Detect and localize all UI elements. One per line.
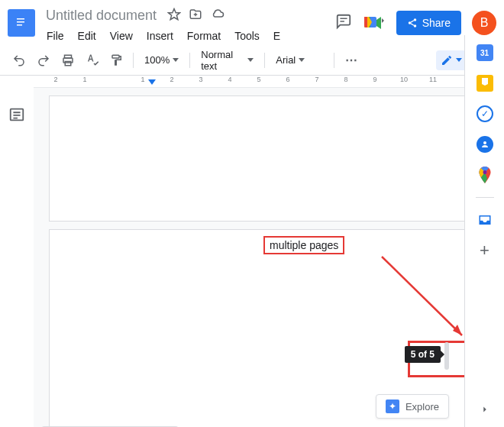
svg-rect-2 xyxy=(17,24,22,26)
collapse-panel-icon[interactable] xyxy=(477,401,493,418)
style-dropdown[interactable]: Normal text xyxy=(195,46,260,75)
title-area: Untitled document File Edit View Insert … xyxy=(41,6,329,45)
vertical-scrollbar-thumb[interactable] xyxy=(444,342,449,370)
horizontal-ruler[interactable]: 211234567891011 xyxy=(34,76,504,88)
more-toolbar-icon[interactable]: ⋯ xyxy=(339,54,364,66)
menu-format[interactable]: Format xyxy=(182,27,226,45)
share-label: Share xyxy=(422,17,451,29)
keep-icon[interactable] xyxy=(477,75,493,92)
explore-button[interactable]: ✦ Explore xyxy=(376,394,449,419)
menu-ext-truncated[interactable]: E xyxy=(268,27,286,45)
get-addons-icon[interactable]: + xyxy=(477,242,493,259)
font-dropdown[interactable]: Arial xyxy=(270,51,329,69)
svg-point-12 xyxy=(483,141,486,144)
print-icon[interactable] xyxy=(57,49,79,72)
app-header: Untitled document File Edit View Insert … xyxy=(0,0,504,45)
svg-line-10 xyxy=(382,257,462,335)
comment-history-icon[interactable] xyxy=(335,13,352,33)
star-icon[interactable] xyxy=(167,8,181,24)
undo-icon[interactable] xyxy=(8,49,31,72)
meet-icon[interactable] xyxy=(363,14,386,32)
share-button[interactable]: Share xyxy=(396,11,461,35)
svg-marker-11 xyxy=(453,325,462,335)
svg-rect-0 xyxy=(17,18,24,20)
menu-file[interactable]: File xyxy=(41,27,69,45)
menu-bar: File Edit View Insert Format Tools E xyxy=(41,27,329,45)
outline-icon[interactable] xyxy=(8,106,25,126)
zoom-dropdown[interactable]: 100% xyxy=(138,51,185,69)
calendar-icon[interactable]: 31 xyxy=(477,44,493,61)
move-icon[interactable] xyxy=(189,8,202,24)
addon-inbox-icon[interactable] xyxy=(477,212,493,228)
editing-mode-button[interactable] xyxy=(436,50,467,70)
redo-icon[interactable] xyxy=(32,49,55,72)
side-panel: 31 ✓ + xyxy=(464,35,504,427)
page-indicator: 5 of 5 xyxy=(405,346,441,363)
header-actions: Share B xyxy=(335,11,496,35)
avatar[interactable]: B xyxy=(472,11,496,35)
tasks-icon[interactable]: ✓ xyxy=(477,105,493,122)
contacts-icon[interactable] xyxy=(477,136,493,153)
svg-rect-1 xyxy=(17,21,24,23)
annotation-arrow-icon xyxy=(378,253,477,352)
cloud-icon[interactable] xyxy=(210,8,225,24)
maps-icon[interactable] xyxy=(477,167,493,183)
svg-rect-8 xyxy=(112,55,119,58)
annotation-label: multiple pages xyxy=(263,236,344,254)
explore-icon: ✦ xyxy=(386,400,399,413)
rail-separator xyxy=(476,197,494,198)
doc-title[interactable]: Untitled document xyxy=(41,6,161,25)
docs-logo-icon[interactable] xyxy=(8,9,35,37)
page[interactable] xyxy=(49,95,489,222)
svg-point-14 xyxy=(483,170,486,174)
spellcheck-icon[interactable] xyxy=(81,49,104,72)
menu-view[interactable]: View xyxy=(105,27,138,45)
paint-format-icon[interactable] xyxy=(105,49,128,72)
menu-insert[interactable]: Insert xyxy=(141,27,179,45)
document-canvas[interactable]: 211234567891011 multiple pages 5 of 5 ✦ … xyxy=(34,76,504,427)
toolbar: 100% Normal text Arial ⋯ xyxy=(0,45,504,76)
explore-label: Explore xyxy=(405,401,439,412)
menu-edit[interactable]: Edit xyxy=(73,27,102,45)
left-rail xyxy=(0,76,34,427)
menu-tools[interactable]: Tools xyxy=(229,27,265,45)
workspace: 211234567891011 multiple pages 5 of 5 ✦ … xyxy=(0,76,504,427)
